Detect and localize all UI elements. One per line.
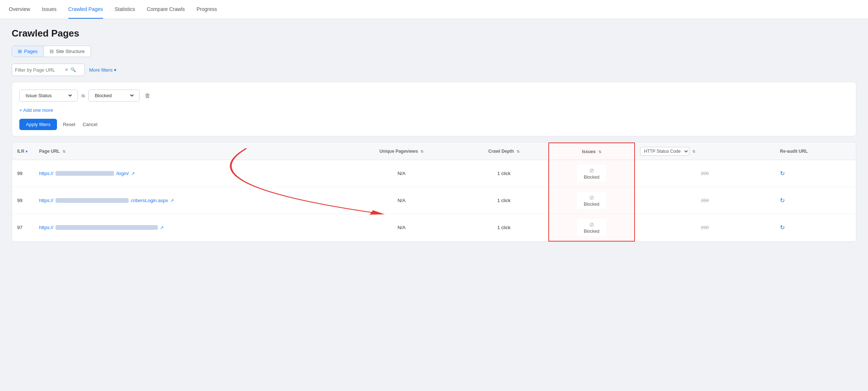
sort-icon: ⇅ xyxy=(517,149,519,153)
pages-tab[interactable]: ⊞ Pages xyxy=(12,46,43,57)
nav-statistics[interactable]: Statistics xyxy=(115,0,135,19)
col-header-crawl-depth[interactable]: Crawl Depth ⇅ xyxy=(460,143,549,160)
col-header-page-url[interactable]: Page URL ⇅ xyxy=(34,143,343,160)
blocked-icon: ⊘ xyxy=(589,194,594,201)
sort-icon: ⇅ xyxy=(692,149,695,153)
col-header-issues[interactable]: Issues ⇅ xyxy=(549,143,635,160)
cell-crawl-depth: 1 click xyxy=(460,214,549,242)
page-url-link[interactable]: https:// ↗ xyxy=(39,225,338,230)
table-row: 99 https:// /login/ ↗ N/A 1 click xyxy=(12,160,856,187)
nav-compare-crawls[interactable]: Compare Crawls xyxy=(147,0,185,19)
url-blurred-section xyxy=(56,198,129,203)
clear-filter-icon[interactable]: ✕ xyxy=(65,67,68,72)
cell-http-status: 200 xyxy=(635,187,775,214)
top-navigation: Overview Issues Crawled Pages Statistics… xyxy=(0,0,868,19)
filter-value-select[interactable]: Blocked OK Redirect Error xyxy=(93,92,135,99)
url-filter-input[interactable] xyxy=(15,67,62,73)
cell-ilr: 97 xyxy=(12,214,34,242)
http-status-col-select[interactable]: HTTP Status Code Response Time xyxy=(640,147,689,156)
blocked-icon: ⊘ xyxy=(589,167,594,174)
sort-icon: ⇅ xyxy=(598,150,601,154)
sort-icon: ⇅ xyxy=(62,149,65,153)
table-header-row: ILR ▾ Page URL ⇅ Unique Pageviews ⇅ Cr xyxy=(12,143,856,160)
url-blurred-section xyxy=(56,225,158,230)
filter-panel: Issue Status HTTP Status Crawl Depth is … xyxy=(12,82,856,136)
reaudit-button[interactable]: ↻ xyxy=(780,224,785,231)
filter-row: Issue Status HTTP Status Crawl Depth is … xyxy=(19,90,849,102)
more-filters-label: More filters xyxy=(89,67,113,73)
cell-http-status: 200 xyxy=(635,214,775,242)
cell-reaudit: ↻ xyxy=(775,187,856,214)
data-table: ILR ▾ Page URL ⇅ Unique Pageviews ⇅ Cr xyxy=(12,142,856,242)
filter-actions: Apply filters Reset Cancel xyxy=(19,119,849,130)
page-url-link[interactable]: https:// /login/ ↗ xyxy=(39,171,338,176)
cell-ilr: 99 xyxy=(12,160,34,187)
nav-crawled-pages[interactable]: Crawled Pages xyxy=(68,0,103,19)
site-structure-icon: ⊟ xyxy=(50,49,54,54)
url-blurred-section xyxy=(56,171,114,176)
search-icon[interactable]: 🔍 xyxy=(71,67,76,72)
filter-type-selector[interactable]: Issue Status HTTP Status Crawl Depth xyxy=(19,90,78,102)
http-status-value: 200 xyxy=(701,198,709,203)
reaudit-button[interactable]: ↻ xyxy=(780,197,785,204)
col-header-unique-pageviews[interactable]: Unique Pageviews ⇅ xyxy=(343,143,459,160)
table-row: 97 https:// ↗ N/A 1 click ⊘ xyxy=(12,214,856,242)
page-url-link[interactable]: https:// cribersLogin.aspx ↗ xyxy=(39,198,338,203)
page-title: Crawled Pages xyxy=(12,28,856,39)
cell-crawl-depth: 1 click xyxy=(460,160,549,187)
blocked-text: Blocked xyxy=(584,229,599,234)
cell-issues: ⊘ Blocked xyxy=(549,214,635,242)
pages-tab-label: Pages xyxy=(24,49,38,54)
cell-pageviews: N/A xyxy=(343,214,459,242)
cell-url: https:// ↗ xyxy=(34,214,343,242)
cell-crawl-depth: 1 click xyxy=(460,187,549,214)
issue-blocked-badge: ⊘ Blocked xyxy=(577,165,606,182)
cell-issues: ⊘ Blocked xyxy=(549,187,635,214)
col-header-http-status: HTTP Status Code Response Time ⇅ xyxy=(635,143,775,160)
cell-pageviews: N/A xyxy=(343,160,459,187)
external-link-icon[interactable]: ↗ xyxy=(170,198,174,203)
apply-filters-button[interactable]: Apply filters xyxy=(19,119,57,130)
blocked-icon: ⊘ xyxy=(589,221,594,228)
external-link-icon[interactable]: ↗ xyxy=(160,225,164,230)
filter-type-select[interactable]: Issue Status HTTP Status Crawl Depth xyxy=(24,92,73,99)
cell-http-status: 200 xyxy=(635,160,775,187)
nav-progress[interactable]: Progress xyxy=(197,0,217,19)
is-label: is xyxy=(81,93,85,98)
cell-url: https:// cribersLogin.aspx ↗ xyxy=(34,187,343,214)
cell-ilr: 99 xyxy=(12,187,34,214)
reset-button[interactable]: Reset xyxy=(61,119,77,130)
blocked-text: Blocked xyxy=(584,175,599,180)
pages-icon: ⊞ xyxy=(18,49,22,54)
cell-url: https:// /login/ ↗ xyxy=(34,160,343,187)
issue-blocked-badge: ⊘ Blocked xyxy=(577,219,606,236)
issue-blocked-badge: ⊘ Blocked xyxy=(577,192,606,209)
more-filters-button[interactable]: More filters ▾ xyxy=(89,67,117,73)
table-wrapper: ILR ▾ Page URL ⇅ Unique Pageviews ⇅ Cr xyxy=(12,142,856,242)
nav-issues[interactable]: Issues xyxy=(42,0,56,19)
site-structure-tab[interactable]: ⊟ Site Structure xyxy=(43,46,91,57)
external-link-icon[interactable]: ↗ xyxy=(131,171,135,176)
filter-value-selector[interactable]: Blocked OK Redirect Error xyxy=(88,90,140,102)
col-header-re-audit: Re-audit URL xyxy=(775,143,856,160)
filter-bar: ✕ 🔍 More filters ▾ xyxy=(12,64,856,76)
reaudit-button[interactable]: ↻ xyxy=(780,170,785,176)
sort-icon: ▾ xyxy=(26,149,27,153)
cell-issues: ⊘ Blocked xyxy=(549,160,635,187)
nav-overview[interactable]: Overview xyxy=(9,0,30,19)
cancel-button[interactable]: Cancel xyxy=(81,119,99,130)
cell-reaudit: ↻ xyxy=(775,214,856,242)
cell-pageviews: N/A xyxy=(343,187,459,214)
delete-filter-icon[interactable]: 🗑 xyxy=(143,91,152,100)
cell-reaudit: ↻ xyxy=(775,160,856,187)
main-content: Crawled Pages ⊞ Pages ⊟ Site Structure ✕… xyxy=(0,19,868,391)
add-one-more-button[interactable]: + Add one more xyxy=(19,107,849,113)
site-structure-tab-label: Site Structure xyxy=(56,49,85,54)
http-status-value: 200 xyxy=(701,171,709,176)
table-row: 99 https:// cribersLogin.aspx ↗ N/A 1 cl… xyxy=(12,187,856,214)
view-toggle: ⊞ Pages ⊟ Site Structure xyxy=(12,46,91,57)
add-one-more-label: + Add one more xyxy=(19,107,53,113)
sort-icon: ⇅ xyxy=(420,149,423,153)
http-status-value: 200 xyxy=(701,225,709,230)
col-header-ilr[interactable]: ILR ▾ xyxy=(12,143,34,160)
